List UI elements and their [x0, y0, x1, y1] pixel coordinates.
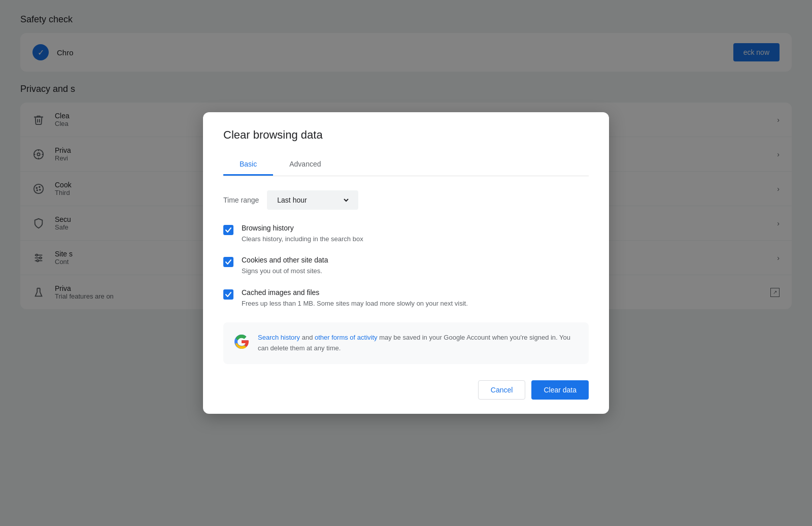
google-info-box: Search history and other forms of activi…: [223, 322, 589, 364]
modal-overlay: Clear browsing data Basic Advanced Time …: [0, 0, 812, 526]
checkbox-desc-cookies: Signs you out of most sites.: [242, 266, 328, 276]
tab-basic[interactable]: Basic: [223, 154, 273, 176]
cancel-button[interactable]: Cancel: [478, 380, 526, 400]
time-range-row: Time range Last hourLast 24 hoursLast 7 …: [223, 190, 589, 210]
checkbox-title-cookies: Cookies and other site data: [242, 256, 328, 264]
checkbox-text-cached: Cached images and files Frees up less th…: [242, 288, 468, 309]
time-range-dropdown[interactable]: Last hourLast 24 hoursLast 7 daysLast 4 …: [275, 195, 350, 205]
google-info-text: Search history and other forms of activi…: [258, 333, 579, 354]
tab-advanced[interactable]: Advanced: [273, 154, 337, 176]
time-range-select-wrapper[interactable]: Last hourLast 24 hoursLast 7 daysLast 4 …: [267, 190, 358, 210]
checkbox-item-cached: Cached images and files Frees up less th…: [223, 288, 589, 309]
search-history-link[interactable]: Search history: [258, 334, 300, 341]
checkboxes-section: Browsing history Clears history, includi…: [223, 224, 589, 309]
modal-title: Clear browsing data: [223, 128, 589, 142]
clear-data-button[interactable]: Clear data: [531, 380, 589, 400]
checkbox-item-cookies: Cookies and other site data Signs you ou…: [223, 256, 589, 276]
checkbox-desc-cached: Frees up less than 1 MB. Some sites may …: [242, 299, 468, 309]
modal-tabs: Basic Advanced: [223, 154, 589, 176]
checkbox-text-cookies: Cookies and other site data Signs you ou…: [242, 256, 328, 276]
google-info-content: Search history and other forms of activi…: [258, 334, 570, 352]
modal-footer: Cancel Clear data: [223, 380, 589, 400]
checkbox-item-browsing-history: Browsing history Clears history, includi…: [223, 224, 589, 244]
checkbox-title-cached: Cached images and files: [242, 288, 468, 297]
checkbox-desc-browsing-history: Clears history, including in the search …: [242, 234, 363, 244]
google-g-icon: [233, 334, 250, 350]
other-activity-link[interactable]: other forms of activity: [315, 334, 378, 341]
checkbox-text-browsing-history: Browsing history Clears history, includi…: [242, 224, 363, 244]
time-range-label: Time range: [223, 196, 259, 204]
checkbox-title-browsing-history: Browsing history: [242, 224, 363, 232]
clear-browsing-data-modal: Clear browsing data Basic Advanced Time …: [203, 112, 609, 414]
checkbox-cached[interactable]: [223, 289, 233, 300]
checkbox-browsing-history[interactable]: [223, 225, 233, 235]
checkbox-cookies[interactable]: [223, 257, 233, 267]
